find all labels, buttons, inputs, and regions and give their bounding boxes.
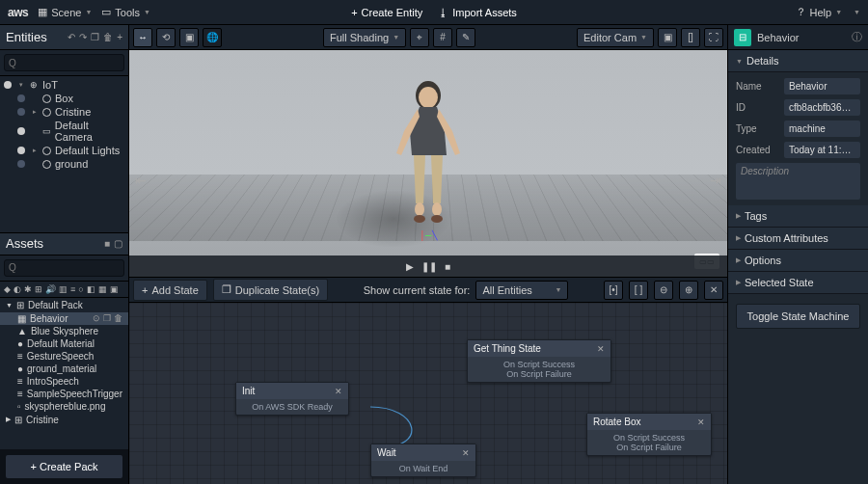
filter-icon[interactable]: ○ <box>78 284 83 294</box>
state-graph-canvas[interactable]: Init✕ On AWS SDK Ready Get Thing State✕ … <box>129 303 727 484</box>
entities-search-input[interactable] <box>4 54 124 71</box>
zoom-out-icon[interactable]: ⊖ <box>654 281 673 300</box>
plus-icon[interactable]: + <box>117 32 122 42</box>
undo-icon[interactable]: ↶ <box>68 32 75 42</box>
expand-toggle[interactable]: ▸ <box>31 147 39 154</box>
visibility-toggle[interactable] <box>17 108 25 116</box>
description-input[interactable]: Description <box>736 163 860 200</box>
play-button[interactable]: ▶ <box>406 261 414 272</box>
filter-icon[interactable]: ✱ <box>24 284 32 294</box>
duplicate-state-button[interactable]: ❐Duplicate State(s) <box>213 279 328 301</box>
nav-left-icon[interactable]: ⇤ <box>135 173 147 188</box>
magnet-icon[interactable]: ⌖ <box>410 28 429 47</box>
close-icon[interactable]: ✕ <box>462 448 470 458</box>
zoom-in-icon[interactable]: ⊕ <box>679 281 698 300</box>
field-value-name[interactable]: Behavior <box>784 78 860 94</box>
rotate-tool-button[interactable]: ⟲ <box>156 28 176 47</box>
camera-select[interactable]: Editor Cam▼ <box>577 28 654 47</box>
trash-icon[interactable]: 🗑 <box>103 32 113 42</box>
asset-pack-row[interactable]: ▶ ⊞ Cristine <box>0 413 128 427</box>
add-state-button[interactable]: +Add State <box>133 280 207 301</box>
filter-icon[interactable]: ◆ <box>4 284 11 294</box>
copy-icon[interactable]: ❐ <box>91 32 99 42</box>
edit-icon[interactable]: ✎ <box>456 28 475 47</box>
expand-toggle[interactable]: ▾ <box>17 81 25 89</box>
copy-icon[interactable]: ❐ <box>103 313 111 323</box>
state-node-get-thing[interactable]: Get Thing State✕ On Script SuccessOn Scr… <box>467 339 611 383</box>
scene-menu[interactable]: ▦ Scene ▼ <box>38 6 92 18</box>
filter-icon[interactable]: ⊞ <box>35 284 42 294</box>
fit-icon[interactable]: [•] <box>604 281 623 300</box>
visibility-toggle[interactable] <box>17 147 25 154</box>
redo-icon[interactable]: ↷ <box>79 32 87 42</box>
filter-icon[interactable]: ◧ <box>87 284 95 294</box>
entity-row[interactable]: ▭Default Camera <box>0 119 128 144</box>
entity-row[interactable]: ▾⊕IoT <box>0 78 128 92</box>
tags-section-header[interactable]: ▶Tags <box>728 205 868 228</box>
bounds-icon[interactable]: [] <box>681 28 700 47</box>
chevron-down-icon[interactable]: ▼ <box>854 9 860 15</box>
expand-toggle[interactable]: ▸ <box>31 108 39 116</box>
entity-row[interactable]: Box <box>0 92 128 105</box>
asset-pack-row[interactable]: ▼ ⊞ Default Pack <box>0 298 128 312</box>
grid-icon[interactable]: # <box>433 28 452 47</box>
filter-icon[interactable]: ◐ <box>14 284 21 294</box>
close-icon[interactable]: ✕ <box>697 417 705 427</box>
folder-icon[interactable]: ■ <box>104 238 110 249</box>
visibility-toggle[interactable] <box>17 127 25 135</box>
frame-icon[interactable]: ▣ <box>658 28 677 47</box>
move-tool-button[interactable]: ↔ <box>133 28 152 47</box>
asset-item[interactable]: ●Default Material <box>0 337 128 350</box>
custom-attrs-section-header[interactable]: ▶Custom Attributes <box>728 228 868 250</box>
visibility-toggle[interactable] <box>17 160 25 168</box>
import-assets-button[interactable]: ⭳ Import Assets <box>438 7 517 18</box>
asset-item[interactable]: ≡IntroSpeech <box>0 375 128 388</box>
shading-select[interactable]: Full Shading▼ <box>323 28 406 47</box>
visibility-toggle[interactable] <box>17 94 25 102</box>
close-icon[interactable]: ✕ <box>597 344 605 354</box>
help-menu[interactable]: ？Help ▼ <box>796 5 843 19</box>
viewport[interactable]: │─╲ ▭▭ ⇤⇥ ▶ ❚❚ ■ <box>129 50 727 277</box>
tools-menu[interactable]: ▭ Tools ▼ <box>101 6 150 18</box>
filter-icon[interactable]: 🔊 <box>45 284 56 294</box>
details-section-header[interactable]: ▼Details <box>728 50 868 72</box>
entity-row[interactable]: ground <box>0 157 128 171</box>
state-node-rotate-box[interactable]: Rotate Box✕ On Script SuccessOn Script F… <box>586 413 712 456</box>
entity-row[interactable]: ▸Cristine <box>0 105 128 119</box>
info-icon[interactable]: ⓘ <box>852 30 862 44</box>
entity-row[interactable]: ▸Default Lights <box>0 144 128 157</box>
close-icon[interactable]: ✕ <box>704 281 723 300</box>
asset-item[interactable]: ≡SampleSpeechTrigger <box>0 388 128 400</box>
create-entity-button[interactable]: + Create Entity <box>351 7 422 18</box>
space-toggle-button[interactable]: 🌐 <box>203 28 222 47</box>
stop-button[interactable]: ■ <box>445 261 450 272</box>
close-icon[interactable]: ✕ <box>335 387 342 396</box>
asset-item[interactable]: ▫skysphereblue.png <box>0 400 128 413</box>
entities-filter-select[interactable]: All Entities▼ <box>475 281 568 300</box>
pause-button[interactable]: ❚❚ <box>421 261 437 272</box>
options-section-header[interactable]: ▶Options <box>728 250 868 272</box>
asset-item[interactable]: ●ground_material <box>0 363 128 375</box>
assets-search-input[interactable] <box>4 259 124 277</box>
frame-all-icon[interactable]: [ ] <box>629 281 648 300</box>
create-pack-button[interactable]: + Create Pack <box>6 455 122 478</box>
state-node-wait[interactable]: Wait✕ On Wait End <box>370 444 476 477</box>
collapse-icon[interactable]: ▢ <box>114 238 122 249</box>
filter-icon[interactable]: ≡ <box>70 284 75 294</box>
asset-item[interactable]: ≡GestureSpeech <box>0 350 128 363</box>
filter-icon[interactable]: ▣ <box>110 284 119 294</box>
trash-icon[interactable]: 🗑 <box>114 313 122 323</box>
asset-item[interactable]: ▦Behavior⊙❐🗑 <box>0 312 128 325</box>
behavior-tab-icon[interactable]: ⊟ <box>734 29 751 46</box>
toggle-state-machine-button[interactable]: Toggle State Machine <box>736 304 860 329</box>
asset-item[interactable]: ▲Blue Skysphere <box>0 325 128 337</box>
scale-tool-button[interactable]: ▣ <box>179 28 199 47</box>
visibility-toggle[interactable] <box>4 81 12 89</box>
pin-icon[interactable]: ⊙ <box>93 313 100 323</box>
state-node-init[interactable]: Init✕ On AWS SDK Ready <box>235 382 349 416</box>
filter-icon[interactable]: ▥ <box>59 284 68 294</box>
fullscreen-icon[interactable]: ⛶ <box>704 28 723 47</box>
selected-state-section-header[interactable]: ▶Selected State <box>728 272 868 294</box>
filter-icon[interactable]: ▦ <box>98 284 107 294</box>
nav-right-icon[interactable]: ⇥ <box>710 173 721 188</box>
